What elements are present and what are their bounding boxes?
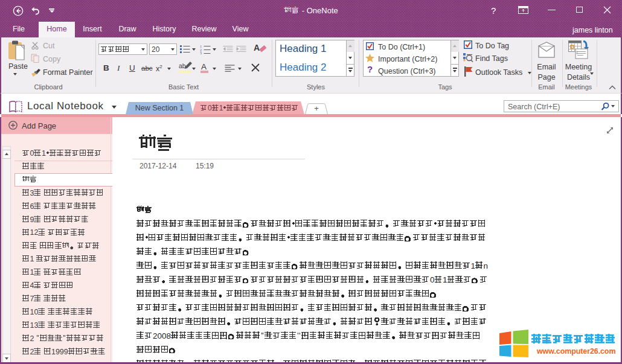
svg-text:3: 3 — [200, 51, 202, 54]
